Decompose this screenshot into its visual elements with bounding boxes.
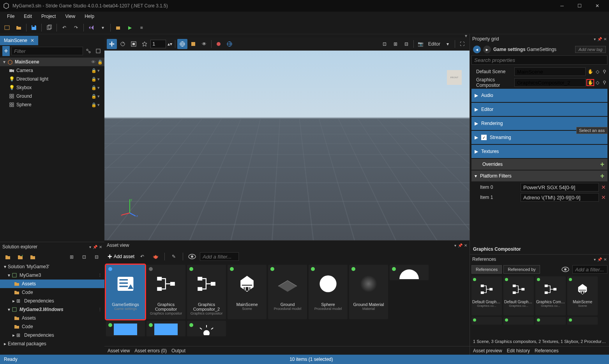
close-button[interactable]: ✕	[588, 0, 606, 12]
hand-icon[interactable]: ✋	[587, 80, 593, 85]
pin-icon[interactable]: 📌	[597, 257, 602, 262]
project-row[interactable]: ▾MyGame3⋮	[0, 271, 104, 280]
stop-icon[interactable]: ■	[136, 22, 147, 33]
output-tab[interactable]: Output	[171, 348, 185, 353]
close-icon[interactable]: ✕	[99, 245, 102, 249]
ref-card[interactable]: Default GraphicsC... Graphics co...	[471, 276, 502, 315]
sol-del-icon[interactable]	[27, 251, 38, 262]
code-folder[interactable]: Code	[0, 322, 104, 331]
asset-card-partial[interactable]	[390, 265, 429, 280]
asset-card-gamesettings[interactable]: GameSettings Game settings	[106, 265, 145, 319]
external-pkgs[interactable]: ▸External packages	[0, 339, 104, 348]
category-overrides[interactable]: Overrides+	[471, 159, 607, 170]
default-scene-input[interactable]	[514, 67, 586, 76]
sol-tool2-icon[interactable]: ⊡	[79, 251, 90, 262]
panel-menu-icon[interactable]: ▾	[89, 245, 91, 249]
pin-icon[interactable]: 📌	[93, 245, 97, 249]
hand-icon[interactable]: ✋	[587, 69, 593, 74]
ref-card-partial[interactable]	[567, 317, 598, 325]
asset-errors-tab[interactable]: Asset errors (0)	[134, 348, 167, 353]
ref-eye-icon[interactable]	[560, 264, 571, 275]
add-entity-button[interactable]: +	[2, 46, 10, 56]
ref-card[interactable]: MainScene Scene	[567, 276, 598, 315]
sol-tool3-icon[interactable]: ⊟	[91, 251, 102, 262]
lock-icon[interactable]: 🔒	[91, 85, 97, 90]
asset-card-mainscene[interactable]: MainScene Scene	[228, 265, 267, 319]
asset-card-partial[interactable]	[187, 321, 226, 336]
filter-value-input[interactable]	[521, 193, 599, 202]
record-icon[interactable]	[214, 39, 224, 49]
sol-add-icon[interactable]: +	[15, 251, 26, 262]
close-icon[interactable]: ✕	[604, 257, 607, 262]
find-icon[interactable]: ⚲	[601, 80, 607, 85]
lock-icon[interactable]: 🔒	[91, 68, 97, 73]
undo-icon[interactable]: ↶	[59, 22, 70, 33]
add-icon[interactable]: +	[600, 172, 604, 180]
vp-icon3[interactable]: ⊟	[401, 39, 411, 49]
references-bottab[interactable]: References	[535, 348, 558, 353]
play-icon[interactable]: ▶	[124, 22, 135, 33]
ref-card-partial[interactable]	[471, 317, 502, 325]
lock-icon[interactable]: 🔒	[91, 94, 97, 99]
add-asset-button[interactable]: +Add asset	[108, 252, 134, 261]
open-folder-icon[interactable]	[13, 22, 24, 33]
expand-icon[interactable]: ⛶	[457, 39, 467, 49]
close-icon[interactable]: ✕	[604, 37, 607, 41]
add-icon[interactable]: +	[600, 160, 604, 169]
asset-card-ground[interactable]: Ground Procedural model	[268, 265, 307, 319]
sol-folder-icon[interactable]	[2, 251, 13, 262]
code-folder[interactable]: Code	[0, 288, 104, 297]
asset-card-graphics-compositor_2[interactable]: Graphics Compositor_2 Graphics composito…	[187, 265, 226, 319]
asset-preview-tab[interactable]: Asset preview	[473, 348, 502, 353]
deps-row[interactable]: ▸⊞Dependencies	[0, 331, 104, 339]
nav-back-icon[interactable]: ◄	[473, 46, 481, 53]
hierarchy-expand-icon[interactable]	[94, 46, 102, 56]
dropdown-icon[interactable]: ▾	[443, 39, 453, 49]
assets-folder[interactable]: Assets	[0, 314, 104, 322]
new-project-icon[interactable]	[2, 22, 12, 33]
nav-fwd-icon[interactable]: ►	[483, 46, 491, 53]
lock-icon[interactable]: 🔒	[97, 60, 103, 65]
menu-file[interactable]: File	[2, 12, 19, 20]
vp-icon2[interactable]: ⊞	[390, 39, 401, 49]
hierarchy-filter-input[interactable]	[11, 47, 83, 55]
asset-card-ground-material[interactable]: Ground Material Material	[349, 265, 388, 319]
snap-tool-icon[interactable]	[139, 39, 150, 49]
menu-project[interactable]: Project	[37, 12, 60, 20]
hierarchy-tool-icon[interactable]	[85, 46, 92, 56]
spinner-icon[interactable]: ▴▾	[167, 39, 173, 49]
globe2-icon[interactable]	[224, 39, 235, 49]
asset-back-icon[interactable]: ↶	[137, 251, 148, 262]
deps-row[interactable]: ▸⊞Dependencies	[0, 297, 104, 305]
asset-card-partial[interactable]	[147, 321, 185, 336]
snap-value-input[interactable]	[150, 40, 166, 48]
menu-icon[interactable]: ⋮	[98, 273, 102, 278]
project-row[interactable]: ▾MyGame3.Windows⋮	[0, 305, 104, 314]
category-editor[interactable]: ▶Editor	[471, 103, 607, 116]
asset-view-tab[interactable]: Asset view	[108, 348, 130, 353]
category-textures[interactable]: ▶Textures	[471, 145, 607, 158]
lock-icon[interactable]: 🔒	[91, 77, 97, 82]
menu-view[interactable]: View	[60, 12, 80, 20]
menu-edit[interactable]: Edit	[19, 12, 37, 20]
asset-filter-input[interactable]	[200, 252, 239, 261]
panel-menu-icon[interactable]: ▾	[594, 37, 596, 41]
vp-icon1[interactable]: ⊡	[380, 39, 390, 49]
local-space-icon[interactable]	[188, 39, 198, 49]
hierarchy-item[interactable]: 💡 Directional light 🔒▾	[0, 75, 104, 83]
vs-dropdown-icon[interactable]: ▾	[97, 22, 108, 33]
ref-card-partial[interactable]	[503, 317, 534, 325]
menu-help[interactable]: Help	[80, 12, 99, 20]
scene-tab[interactable]: MainScene ✕	[0, 36, 38, 45]
view-cube[interactable]: FRONT	[447, 70, 462, 85]
build-icon[interactable]	[113, 22, 124, 33]
pin-icon[interactable]: 📌	[458, 243, 462, 248]
3d-viewport[interactable]: FRONT y x z	[104, 51, 470, 240]
clear-icon[interactable]: ◇	[594, 69, 600, 74]
redo-icon[interactable]: ↷	[71, 22, 81, 33]
editor-dropdown[interactable]: Editor	[427, 41, 442, 47]
sol-tool-icon[interactable]: ⊞	[66, 251, 77, 262]
maximize-button[interactable]: ☐	[571, 0, 588, 12]
ref-filter-input[interactable]	[572, 265, 607, 274]
eye-icon[interactable]: 👁	[199, 39, 209, 49]
